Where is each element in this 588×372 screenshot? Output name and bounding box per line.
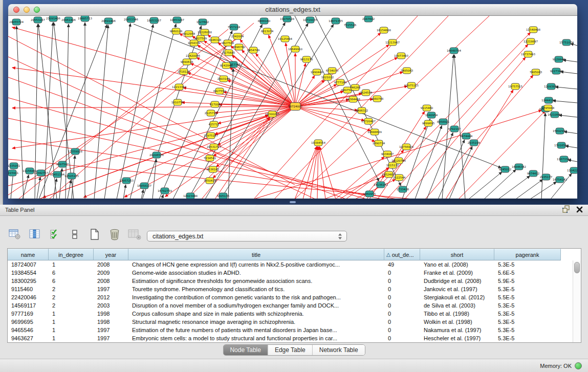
graph-node[interactable]: 14671355 xyxy=(329,18,343,24)
citation-edge-black[interactable] xyxy=(39,25,107,199)
graph-node[interactable]: 2935194 xyxy=(468,140,481,146)
graph-node[interactable]: 8813074 xyxy=(261,28,274,34)
graph-node[interactable]: 19125494 xyxy=(278,36,292,42)
graph-node[interactable]: 16210643 xyxy=(548,112,562,118)
graph-node[interactable]: 12213382 xyxy=(172,84,186,90)
graph-node[interactable]: 6734073 xyxy=(326,68,339,74)
citation-network-graph[interactable]: 2405572420553287230914062096140619885713… xyxy=(8,16,577,199)
show-columns-checks-icon[interactable] xyxy=(48,228,61,241)
citation-edge-black[interactable] xyxy=(560,72,577,74)
table-row[interactable]: 1456911722003Disruption of a novel membe… xyxy=(8,301,581,310)
citation-edge-red[interactable] xyxy=(198,45,295,106)
graph-node[interactable]: 12975115 xyxy=(404,82,419,89)
column-header-title[interactable]: title xyxy=(128,249,384,260)
graph-node[interactable]: 9699695 xyxy=(422,120,435,126)
tab-node-table[interactable]: Node Table xyxy=(223,345,268,355)
graph-node[interactable]: 417006 xyxy=(210,101,221,107)
graph-node[interactable]: 7486322 xyxy=(356,107,368,114)
graph-node[interactable]: 19384554 xyxy=(311,140,325,146)
graph-node[interactable]: 20961406 xyxy=(61,17,76,23)
table-row[interactable]: 969969511998Structural magnetic resonanc… xyxy=(8,318,581,326)
graph-node[interactable]: 9474444 xyxy=(460,133,473,139)
citation-edge-black[interactable] xyxy=(555,87,577,89)
table-row[interactable]: 1830029562008Estimation of significance … xyxy=(8,277,581,285)
graph-node[interactable]: 19737493 xyxy=(521,51,535,57)
graph-node[interactable]: 9097587 xyxy=(56,161,69,167)
graph-node[interactable]: 20853346 xyxy=(124,16,138,23)
float-panel-icon[interactable] xyxy=(562,205,570,215)
graph-node[interactable]: 7485083 xyxy=(530,69,542,75)
citation-edge-black[interactable] xyxy=(427,133,453,199)
graph-node[interactable]: 11451194 xyxy=(50,171,64,178)
citation-edge-red[interactable] xyxy=(295,146,317,199)
citation-edge-red[interactable] xyxy=(317,147,318,199)
graph-node[interactable]: 6792197 xyxy=(448,126,461,132)
window-titlebar[interactable]: citations_edges.txt xyxy=(8,4,577,16)
graph-node[interactable]: 18053287 xyxy=(147,17,161,24)
citation-edge-black[interactable] xyxy=(162,194,163,199)
citation-edge-black[interactable] xyxy=(134,24,502,168)
graph-node[interactable]: 1080748 xyxy=(371,96,384,102)
citation-edge-red[interactable] xyxy=(425,75,533,199)
graph-node[interactable]: 16648784 xyxy=(447,48,461,54)
graph-node[interactable]: 9115460 xyxy=(421,105,433,111)
column-header-year[interactable]: year xyxy=(94,249,128,260)
graph-node[interactable]: 9474412 xyxy=(527,170,540,177)
graph-node[interactable]: 8186328 xyxy=(209,37,222,43)
zoom-window-icon[interactable] xyxy=(34,7,40,13)
citation-edge-black[interactable] xyxy=(541,113,546,199)
panel-splitter-handle[interactable] xyxy=(290,201,296,203)
citation-edge-black[interactable] xyxy=(221,25,334,199)
graph-node[interactable]: 10719155 xyxy=(303,17,317,23)
graph-node[interactable]: 7515526 xyxy=(344,22,357,28)
graph-node[interactable]: 20206576 xyxy=(149,152,164,158)
citation-edge-black[interactable] xyxy=(23,175,29,199)
citation-edge-black[interactable] xyxy=(94,25,108,199)
graph-node[interactable]: 1810755 xyxy=(171,99,184,105)
graph-node[interactable]: 12505135 xyxy=(64,173,79,179)
graph-node[interactable]: 11975187 xyxy=(204,133,218,139)
graph-node[interactable]: 7485063 xyxy=(401,68,413,74)
graph-node[interactable]: 15751074 xyxy=(559,39,574,46)
citation-edge-black[interactable] xyxy=(104,24,130,199)
graph-node[interactable]: 3624554 xyxy=(360,90,373,96)
citation-edge-red[interactable] xyxy=(227,80,295,106)
graph-node[interactable]: 9227343 xyxy=(550,68,563,74)
citation-edge-black[interactable] xyxy=(142,26,201,199)
graph-node[interactable]: 12213967 xyxy=(385,39,400,46)
graph-node[interactable]: 1527602 xyxy=(197,19,209,25)
minimize-window-icon[interactable] xyxy=(24,7,30,13)
graph-node[interactable]: 2935177 xyxy=(540,174,553,180)
row-height-icon[interactable] xyxy=(68,228,81,241)
citation-edge-black[interactable] xyxy=(130,24,176,199)
citation-edge-red[interactable] xyxy=(8,98,366,199)
graph-node[interactable]: 8958921 xyxy=(437,119,450,125)
citation-edge-black[interactable] xyxy=(66,24,69,199)
graph-node[interactable]: 9129946 xyxy=(553,56,565,62)
graph-node[interactable]: 2803144 xyxy=(217,76,230,82)
citation-edge-red[interactable] xyxy=(197,58,295,106)
graph-node[interactable]: 11673344 xyxy=(557,156,571,162)
table-row[interactable]: 977716911998Corpus callosum shape and si… xyxy=(8,310,581,318)
graph-node[interactable]: 12093872 xyxy=(544,83,558,90)
graph-node[interactable]: 19885713 xyxy=(78,16,92,21)
graph-node[interactable]: 1335051 xyxy=(8,163,20,169)
new-document-icon[interactable] xyxy=(88,228,101,241)
graph-node[interactable]: 11042213 xyxy=(567,167,577,173)
column-settings-icon[interactable] xyxy=(8,228,21,241)
table-source-dropdown[interactable]: citations_edges.txt xyxy=(147,231,347,242)
close-panel-icon[interactable] xyxy=(576,206,583,215)
citation-edge-black[interactable] xyxy=(469,172,502,199)
graph-node[interactable]: 10688609 xyxy=(367,129,382,135)
citation-edge-red[interactable] xyxy=(324,176,385,199)
table-row[interactable]: 2242004622012Investigating the contribut… xyxy=(8,293,581,301)
table-row[interactable]: 911546021997Tourette syndrome. Phenomeno… xyxy=(8,285,581,293)
table-row[interactable]: 1872400712008Changes of HCN gene express… xyxy=(8,260,581,269)
graph-node[interactable]: 12444159 xyxy=(541,97,556,103)
citation-edge-red[interactable] xyxy=(459,111,545,199)
citation-edge-red[interactable] xyxy=(187,117,269,199)
graph-node[interactable]: 8912954 xyxy=(183,31,195,37)
network-canvas[interactable]: 2405572420553287230914062096140619885713… xyxy=(8,16,577,199)
column-header-short[interactable]: short xyxy=(420,249,494,260)
graph-node[interactable]: 1733426 xyxy=(397,186,409,192)
